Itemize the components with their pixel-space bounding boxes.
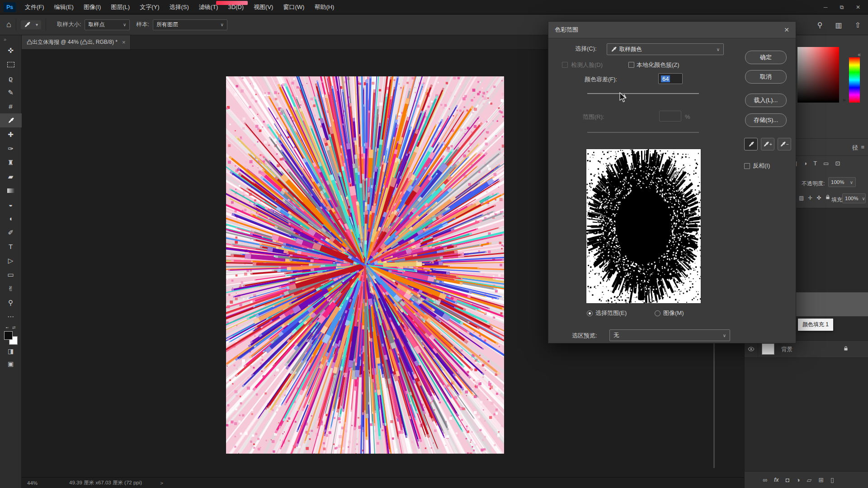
search-icon[interactable]: ⚲ bbox=[817, 21, 823, 29]
close-button[interactable]: ✕ bbox=[850, 0, 866, 14]
sample-select[interactable]: 所有图层∨ bbox=[153, 19, 227, 30]
quick-selection-tool[interactable]: ✎ bbox=[0, 85, 22, 99]
foreground-color-swatch[interactable] bbox=[4, 331, 13, 340]
healing-brush-tool[interactable]: ✚ bbox=[0, 127, 22, 141]
minimize-button[interactable]: ─ bbox=[817, 0, 834, 14]
color-range-preview[interactable] bbox=[586, 149, 701, 304]
fuzziness-input[interactable]: 64 bbox=[658, 73, 683, 84]
dodge-tool[interactable]: ◖ bbox=[0, 211, 22, 225]
path-selection-tool[interactable]: ▷ bbox=[0, 253, 22, 267]
range-unit: % bbox=[685, 113, 690, 121]
layer-lock-icons: ▨✛✜ bbox=[799, 194, 830, 201]
subtract-sample-eyedropper-button[interactable]: − bbox=[778, 138, 791, 150]
type-tool-tool[interactable]: T bbox=[0, 239, 22, 253]
active-tool-chip[interactable]: ▾ bbox=[21, 20, 41, 29]
zoom-tool[interactable]: ⚲ bbox=[0, 296, 22, 310]
lasso-tool[interactable]: ϱ bbox=[0, 71, 22, 85]
status-expand-icon[interactable]: > bbox=[160, 480, 163, 486]
menu-view[interactable]: 视图(V) bbox=[249, 0, 278, 14]
hue-marker-icon[interactable]: ▶ bbox=[843, 98, 846, 102]
lock-all-icon[interactable] bbox=[825, 194, 830, 201]
menu-image[interactable]: 图像(I) bbox=[79, 0, 106, 14]
lock-position-icon[interactable]: ✜ bbox=[816, 195, 821, 201]
menu-file[interactable]: 文件(F) bbox=[20, 0, 49, 14]
layer-name-tag: 颜色填充 1 bbox=[798, 319, 833, 331]
dialog-title-bar[interactable]: 色彩范围 ✕ bbox=[548, 22, 796, 38]
ok-button[interactable]: 确定 bbox=[745, 51, 787, 64]
share-icon[interactable]: ⇧ bbox=[855, 21, 861, 29]
more-tools-icon[interactable]: ⋯ bbox=[0, 310, 22, 324]
restore-button[interactable]: ⧉ bbox=[834, 0, 850, 14]
swap-colors-icon[interactable]: ⇄ bbox=[12, 325, 16, 330]
paths-panel-tab[interactable]: 径 bbox=[852, 144, 858, 152]
menu-type[interactable]: 文字(Y) bbox=[135, 0, 164, 14]
clone-stamp-tool[interactable]: ♜ bbox=[0, 155, 22, 169]
layer-effects-icon[interactable]: fx bbox=[774, 477, 779, 483]
menu-window[interactable]: 窗口(W) bbox=[278, 0, 309, 14]
document-canvas[interactable] bbox=[226, 76, 504, 454]
invert-checkbox[interactable] bbox=[744, 163, 750, 169]
delete-layer-icon[interactable]: ▯ bbox=[830, 476, 834, 483]
selection-preview-dropdown[interactable]: 无 ∨ bbox=[609, 329, 730, 341]
crop-tool[interactable]: # bbox=[0, 99, 22, 113]
gradient-tool[interactable] bbox=[0, 183, 22, 197]
toolbar-collapse-icon[interactable]: » bbox=[0, 35, 21, 43]
image-radio[interactable] bbox=[655, 310, 660, 316]
filter-shape-icon[interactable]: ▭ bbox=[823, 160, 829, 167]
menu-edit[interactable]: 编辑(E) bbox=[49, 0, 79, 14]
detect-faces-checkbox[interactable] bbox=[562, 62, 568, 68]
color-picker-square[interactable] bbox=[797, 47, 839, 103]
rectangle-tool[interactable]: ▭ bbox=[0, 267, 22, 282]
fuzziness-slider[interactable] bbox=[587, 93, 699, 94]
tab-title: 凸出立体海报 @ 44% (凸出, RGB/8) * bbox=[27, 38, 118, 46]
zoom-level-field[interactable]: 44% bbox=[27, 480, 38, 486]
new-layer-icon[interactable]: ⊞ bbox=[818, 476, 824, 483]
blur-tool[interactable]: ◒ bbox=[0, 197, 22, 211]
sample-eyedropper-button[interactable] bbox=[744, 138, 758, 150]
color-swatches[interactable] bbox=[4, 331, 18, 345]
menu-layer[interactable]: 图层(L) bbox=[106, 0, 135, 14]
home-icon[interactable]: ⌂ bbox=[6, 20, 11, 29]
workspace-icon[interactable]: ▥ bbox=[835, 21, 842, 29]
pen-tool[interactable]: ✐ bbox=[0, 225, 22, 239]
cancel-button[interactable]: 取消 bbox=[745, 70, 787, 84]
save-button[interactable]: 存储(S)... bbox=[745, 113, 787, 127]
lock-brush-icon[interactable]: ✛ bbox=[808, 195, 812, 201]
dock-collapse-icon[interactable]: « bbox=[858, 52, 861, 58]
menu-help[interactable]: 帮助(H) bbox=[309, 0, 339, 14]
select-dropdown[interactable]: 取样颜色 ∨ bbox=[607, 43, 724, 55]
panel-menu-icon[interactable]: ≡ bbox=[861, 144, 864, 150]
move-tool[interactable]: ✜ bbox=[0, 43, 22, 57]
opacity-field[interactable]: 100%∨ bbox=[828, 177, 856, 187]
screen-mode-icon[interactable]: ▣ bbox=[0, 357, 22, 370]
add-sample-eyedropper-button[interactable]: + bbox=[761, 138, 774, 150]
dialog-close-icon[interactable]: ✕ bbox=[784, 26, 789, 33]
eyedropper-tool[interactable] bbox=[0, 113, 22, 127]
hand-tool[interactable]: ✌ bbox=[0, 282, 22, 296]
lock-transparency-icon[interactable]: ▨ bbox=[799, 195, 804, 201]
selection-radio-label: 选择范围(E) bbox=[595, 310, 627, 317]
quick-mask-icon[interactable]: ◨ bbox=[0, 345, 22, 357]
sample-size-select[interactable]: 取样点∨ bbox=[85, 19, 130, 30]
filter-adjustment-icon[interactable]: ◑ bbox=[803, 160, 807, 167]
filter-smart-object-icon[interactable]: ⊡ bbox=[835, 160, 840, 167]
selection-radio[interactable] bbox=[587, 310, 593, 316]
localized-clusters-checkbox[interactable] bbox=[628, 62, 634, 68]
menu-select[interactable]: 选择(S) bbox=[164, 0, 193, 14]
default-colors-icon[interactable]: ▪▫ bbox=[6, 325, 9, 330]
eraser-tool[interactable]: ▰ bbox=[0, 169, 22, 183]
load-button[interactable]: 载入(L)... bbox=[745, 94, 787, 107]
new-group-icon[interactable]: ▱ bbox=[807, 476, 812, 483]
marquee-tool[interactable] bbox=[0, 57, 22, 71]
hue-strip[interactable] bbox=[849, 57, 860, 103]
add-layer-mask-icon[interactable]: ◘ bbox=[786, 476, 789, 483]
select-label: 选择(C): bbox=[575, 45, 597, 52]
brush-tool[interactable]: ✑ bbox=[0, 141, 22, 155]
tab-close-icon[interactable]: × bbox=[122, 39, 126, 46]
link-layers-icon[interactable]: ∞ bbox=[763, 476, 767, 483]
document-tab[interactable]: 凸出立体海报 @ 44% (凸出, RGB/8) * × bbox=[22, 35, 131, 49]
fill-field[interactable]: 100%∨ bbox=[842, 193, 866, 203]
filter-type-icon[interactable]: T bbox=[813, 160, 817, 167]
new-adjustment-layer-icon[interactable]: ◑ bbox=[796, 476, 800, 483]
layer-thumbnail[interactable] bbox=[762, 343, 774, 355]
